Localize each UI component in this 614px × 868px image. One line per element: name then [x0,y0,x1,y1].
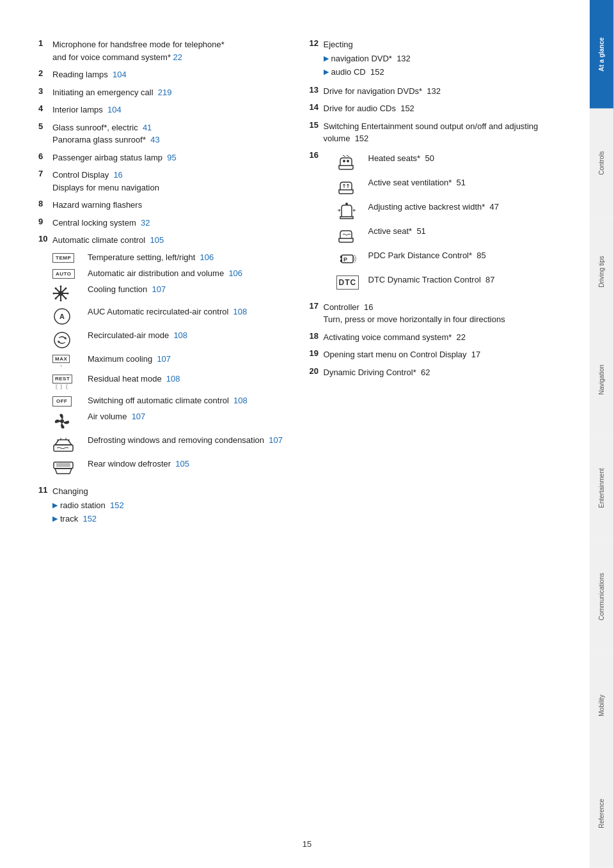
item-14-content: Drive for audio CDs 152 [324,102,555,115]
subitem: ▶ track 152 [52,513,284,525]
sec16-row-active-seat: Active seat* 51 [336,226,555,244]
svg-rect-17 [54,445,73,451]
arrow-icon: ▶ [52,513,58,524]
climate-text-auto: Automatic air distribution and volume 10… [88,268,298,279]
climate-text-off: Switching off automatic climate control … [88,395,298,407]
climate-row-defrost-front: Defrosting windows and removing condensa… [52,435,298,454]
page-number: 15 [303,839,311,849]
climate-icon-max: MAX ◦ [52,353,88,369]
item-number: 3 [38,86,52,96]
climate-row-cooling: Cooling function 107 [52,284,298,302]
subitem-text: navigation DVD* 132 [331,52,411,65]
climate-row-auc: A AUC Automatic recirculated-air control… [52,306,298,325]
off-icon: OFF [52,396,72,407]
left-item-list: 1 Microphone for handsfree mode for tele… [38,38,284,247]
item-19-content: Opening start menu on Control Display 17 [324,348,555,361]
item-content: Initiating an emergency call 219 [52,86,284,99]
svg-point-25 [343,160,345,162]
list-item: 3 Initiating an emergency call 219 [38,86,284,99]
item-11-subitems: ▶ radio station 152 ▶ track 152 [52,499,284,525]
main-content: 1 Microphone for handsfree mode for tele… [0,0,590,868]
sec16-row-backrest: Adjusting active backrest width* 47 [336,201,555,219]
seat-vent-icon [336,178,356,195]
sidebar-item-reference[interactable]: Reference [590,759,614,868]
subitem-text: audio CD 152 [331,66,384,79]
item-number-13: 13 [310,85,324,95]
recirculate-icon [52,331,72,349]
subitem: ▶ radio station 152 [52,499,284,512]
active-seat-icon-cell [336,226,368,244]
sec16-row-seat-vent: Active seat ventilation* 51 [336,177,555,195]
item-16-row: 16 [310,150,555,296]
item-number: 1 [38,38,52,48]
subitem-text: track 152 [60,513,97,525]
svg-text:P: P [343,256,347,263]
item-number: 9 [38,217,52,226]
item-11-row: 11 Changing ▶ radio station 152 ▶ [38,485,284,527]
svg-text:A: A [59,313,65,320]
defrost-rear-icon [52,460,74,477]
list-item: 7 Control Display 16 Displays for menu n… [38,169,284,194]
svg-point-7 [67,292,69,294]
list-item: 8 Hazard warning flashers [38,199,284,212]
climate-text-cooling: Cooling function 107 [88,284,298,295]
arrow-icon: ▶ [52,500,58,511]
climate-icon-temp: TEMP [52,252,88,263]
list-item: 6 Passenger airbag status lamp 95 [38,151,284,164]
climate-row-max: MAX ◦ Maximum cooling 107 [52,353,298,369]
sec16-text-pdc: PDC Park Distance Control* 85 [368,250,555,261]
svg-point-31 [345,203,348,205]
item-19-row: 19 Opening start menu on Control Display… [310,348,555,361]
svg-rect-34 [340,256,342,258]
item-11-container: 11 Changing ▶ radio station 152 ▶ [38,485,284,527]
item-content: Glass sunroof*, electric 41 Panorama gla… [52,121,284,146]
list-item: 5 Glass sunroof*, electric 41 Panorama g… [38,121,284,146]
sidebar-item-mobility[interactable]: Mobility [590,651,614,760]
sidebar-item-controls[interactable]: Controls [590,109,614,217]
backrest-icon [336,203,357,219]
item-number-12: 12 [310,38,324,48]
item-20-row: 20 Dynamic Driving Control* 62 [310,366,555,379]
sidebar-item-at-a-glance[interactable]: At a glance [590,0,614,109]
item-content: Central locking system 32 [52,217,284,229]
climate-table: TEMP Temperature setting, left/right 106… [52,252,298,478]
subitem-text: radio station 152 [60,499,124,512]
auto-icon: AUTO [52,269,75,279]
left-column: 1 Microphone for handsfree mode for tele… [38,38,284,527]
climate-icon-off: OFF [52,395,88,407]
sidebar-item-communications[interactable]: Communications [590,543,614,651]
item-number-11: 11 [38,485,52,495]
seat-vent-icon-cell [336,177,368,195]
item-15-content: Switching Entertainment sound output on/… [324,120,555,145]
item-20-content: Dynamic Driving Control* 62 [324,366,555,379]
item-number: 4 [38,104,52,113]
item-17-content: Controller 16 Turn, press or move horizo… [324,301,555,326]
heated-seat-icon [336,154,356,171]
dtc-icon-cell: DTC [336,274,368,290]
list-item: 10 Automatic climate control 105 [38,234,284,247]
sidebar-item-entertainment[interactable]: Entertainment [590,434,614,543]
item-number-14: 14 [310,102,324,112]
arrow-icon: ▶ [324,66,329,77]
item-18-row: 18 Activating voice command system* 22 [310,331,555,344]
list-item: 4 Interior lamps 104 [38,104,284,116]
svg-point-26 [347,160,349,162]
climate-text-max: Maximum cooling 107 [88,353,298,365]
sidebar-item-driving-tips[interactable]: Driving tips [590,217,614,326]
svg-rect-35 [340,260,342,262]
climate-icon-fan [52,411,88,430]
item-12-subitems: ▶ navigation DVD* 132 ▶ audio CD 152 [324,52,555,79]
item-number: 10 [38,234,52,244]
item-number: 7 [38,169,52,178]
climate-row-fan: Air volume 107 [52,411,298,430]
sidebar-item-navigation[interactable]: Navigation [590,325,614,434]
svg-point-9 [65,297,67,299]
item-11-content: Changing ▶ radio station 152 ▶ track 152 [52,485,284,527]
svg-point-11 [55,297,57,299]
svg-point-4 [60,285,62,287]
sec16-text-active-seat: Active seat* 51 [368,226,555,237]
item-number-18: 18 [310,331,324,341]
svg-point-10 [65,287,67,289]
climate-text-auc: AUC Automatic recirculated-air control 1… [88,306,298,318]
rest-icon: REST [52,375,72,384]
